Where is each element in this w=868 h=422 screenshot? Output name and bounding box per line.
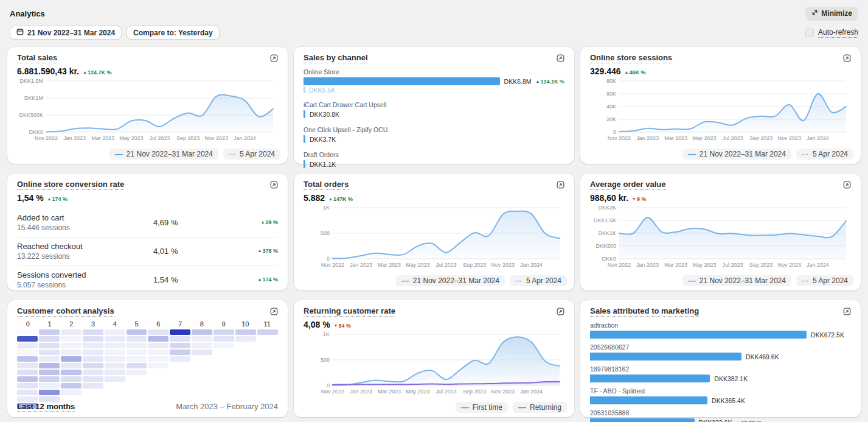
cohort-cell[interactable] — [127, 329, 147, 335]
cohort-cell[interactable] — [148, 356, 168, 362]
bar[interactable] — [304, 160, 305, 168]
cohort-cell[interactable] — [105, 343, 125, 348]
legend-returning[interactable]: —Returning — [513, 402, 567, 413]
cohort-cell[interactable] — [83, 370, 103, 375]
cohort-cell[interactable] — [192, 329, 212, 335]
legend-comparison[interactable]: ⋯5 Apr 2024 — [796, 275, 853, 286]
cohort-cell[interactable] — [148, 343, 168, 348]
view-report-icon[interactable] — [557, 307, 564, 318]
cohort-cell[interactable] — [17, 350, 38, 355]
cohort-cell[interactable] — [39, 363, 60, 368]
cohort-cell[interactable] — [39, 396, 60, 402]
bar[interactable] — [590, 353, 741, 360]
bar[interactable] — [590, 396, 707, 404]
cohort-cell[interactable] — [105, 350, 125, 355]
cohort-cell[interactable] — [127, 336, 147, 342]
cohort-cell[interactable] — [83, 343, 103, 348]
view-report-icon[interactable] — [843, 180, 851, 191]
cohort-cell[interactable] — [61, 343, 82, 348]
cohort-cell[interactable] — [17, 363, 38, 368]
bar[interactable] — [304, 135, 305, 143]
legend-period[interactable]: —21 Nov 2022–31 Mar 2024 — [682, 275, 791, 286]
cohort-cell[interactable] — [127, 343, 147, 348]
cohort-cell[interactable] — [105, 376, 125, 382]
total-sales-title[interactable]: Total sales — [17, 53, 57, 63]
cohort-cell[interactable] — [148, 363, 168, 368]
legend-period[interactable]: —21 Nov 2022–31 Mar 2024 — [682, 149, 791, 160]
cohort-cell[interactable] — [148, 350, 168, 355]
cohort-cell[interactable] — [105, 356, 125, 362]
cohort-cell[interactable] — [17, 343, 38, 348]
cohort-cell[interactable] — [17, 376, 38, 382]
cohort-cell[interactable] — [17, 396, 38, 402]
cohort-cell[interactable] — [127, 356, 147, 362]
cohort-cell[interactable] — [83, 376, 103, 382]
cohort-cell[interactable] — [39, 390, 60, 395]
orders-title[interactable]: Total orders — [304, 180, 349, 190]
cohort-cell[interactable] — [192, 343, 212, 348]
view-report-icon[interactable] — [843, 307, 851, 318]
cohort-cell[interactable] — [17, 356, 38, 362]
cohort-title[interactable]: Customer cohort analysis — [17, 306, 114, 317]
cohort-cell[interactable] — [83, 329, 103, 335]
cohort-cell[interactable] — [127, 363, 147, 368]
cohort-cell[interactable] — [39, 336, 60, 342]
bar[interactable] — [590, 375, 710, 382]
cohort-cell[interactable] — [39, 356, 60, 362]
marketing-title[interactable]: Sales attributed to marketing — [590, 306, 699, 317]
cohort-cell[interactable] — [17, 370, 38, 375]
aov-title[interactable]: Average order value — [590, 180, 666, 190]
cohort-cell[interactable] — [257, 329, 278, 335]
view-report-icon[interactable] — [557, 54, 564, 65]
cohort-cell[interactable] — [105, 370, 125, 375]
cohort-cell[interactable] — [192, 350, 212, 355]
compare-picker[interactable]: Compare to: Yesterday — [127, 26, 220, 40]
sales-by-channel-title[interactable]: Sales by channel — [304, 53, 368, 63]
cohort-cell[interactable] — [39, 350, 60, 355]
cohort-cell[interactable] — [61, 383, 82, 389]
bar[interactable] — [304, 110, 305, 118]
cohort-cell[interactable] — [61, 363, 82, 368]
bar[interactable] — [304, 77, 500, 85]
cohort-cell[interactable] — [17, 390, 38, 395]
cohort-cell[interactable] — [192, 336, 212, 342]
cohort-cell[interactable] — [214, 336, 234, 342]
cohort-cell[interactable] — [61, 390, 82, 395]
bar[interactable] — [590, 418, 695, 422]
auto-refresh-checkbox[interactable] — [805, 29, 814, 37]
legend-period[interactable]: —21 Nov 2022–31 Mar 2024 — [109, 149, 218, 160]
cohort-cell[interactable] — [235, 336, 256, 342]
legend-period[interactable]: —21 Nov 2022–31 Mar 2024 — [396, 275, 505, 286]
legend-first-time[interactable]: —First time — [456, 402, 508, 413]
cohort-cell[interactable] — [105, 336, 125, 342]
cohort-cell[interactable] — [61, 376, 82, 382]
minimize-button[interactable]: Minimize — [805, 7, 858, 20]
cohort-cell[interactable] — [83, 350, 103, 355]
cohort-cell[interactable] — [39, 343, 60, 348]
cohort-cell[interactable] — [61, 329, 82, 335]
cohort-range-selector[interactable]: Last 12 months — [17, 402, 75, 412]
auto-refresh-toggle[interactable]: Auto-refresh — [805, 28, 858, 38]
cohort-cell[interactable] — [61, 370, 82, 375]
cohort-cell[interactable] — [105, 363, 125, 368]
view-report-icon[interactable] — [270, 180, 278, 191]
cohort-cell[interactable] — [127, 350, 147, 355]
returning-rate-title[interactable]: Returning customer rate — [304, 306, 395, 317]
cohort-cell[interactable] — [148, 336, 168, 342]
cohort-cell[interactable] — [39, 370, 60, 375]
cohort-cell[interactable] — [170, 336, 190, 342]
cohort-cell[interactable] — [61, 336, 82, 342]
cohort-cell[interactable] — [39, 376, 60, 382]
view-report-icon[interactable] — [557, 180, 564, 191]
cohort-cell[interactable] — [39, 383, 60, 389]
legend-comparison[interactable]: ⋯5 Apr 2024 — [223, 149, 280, 160]
conversion-title[interactable]: Online store conversion rate — [17, 180, 124, 190]
legend-comparison[interactable]: ⋯5 Apr 2024 — [796, 149, 853, 160]
cohort-cell[interactable] — [105, 329, 125, 335]
sessions-title[interactable]: Online store sessions — [590, 53, 672, 63]
view-report-icon[interactable] — [270, 307, 278, 318]
cohort-cell[interactable] — [17, 336, 38, 342]
cohort-cell[interactable] — [17, 329, 38, 335]
view-report-icon[interactable] — [270, 54, 278, 65]
cohort-cell[interactable] — [83, 356, 103, 362]
